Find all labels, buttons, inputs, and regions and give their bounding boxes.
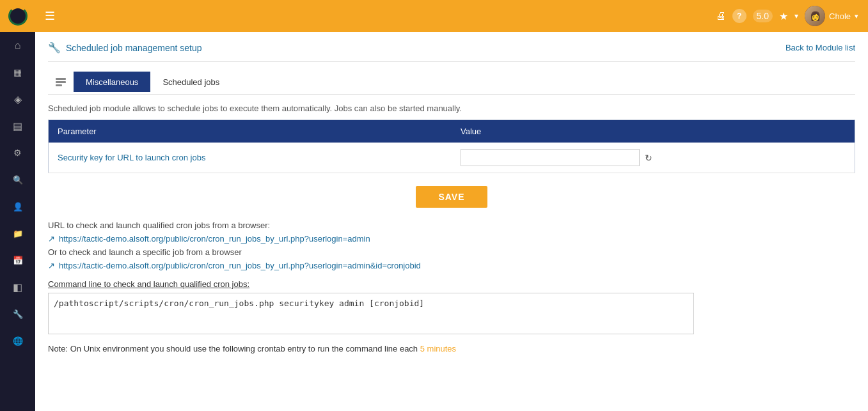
url-section: URL to check and launch qualified cron j… (48, 221, 855, 270)
sidebar-item-layers[interactable]: ▤ (0, 112, 35, 139)
note-prefix: Note: (48, 344, 70, 353)
sidebar-logo[interactable] (0, 0, 35, 32)
breadcrumb-left: 🔧 Scheduled job management setup (48, 42, 201, 54)
printer-icon[interactable]: 🖨 (716, 10, 726, 22)
sidebar-item-user[interactable]: 👤 (0, 193, 35, 220)
star-icon[interactable]: ★ (779, 10, 788, 22)
url-link-row-2: ↗ https://tactic-demo.alsoft.org/public/… (48, 261, 855, 270)
user-chevron-icon: ▾ (855, 12, 858, 20)
breadcrumb-bar: 🔧 Scheduled job management setup Back to… (48, 42, 855, 62)
sidebar-item-stack[interactable]: ◧ (0, 274, 35, 300)
back-to-module-list-link[interactable]: Back to Module list (785, 43, 855, 52)
sidebar-item-building[interactable]: ▦ (0, 59, 35, 86)
param-label: Security key for URL to launch cron jobs (58, 153, 205, 162)
refresh-button[interactable]: ↻ (643, 151, 654, 164)
note-highlight: 5 minutes (420, 344, 456, 353)
sidebar-item-home[interactable]: ⌂ (0, 32, 35, 59)
tabs-bar: Miscellaneous Scheduled jobs (48, 70, 855, 95)
wrench-breadcrumb-icon: 🔧 (48, 42, 61, 54)
sidebar-item-folder[interactable]: 📁 (0, 220, 35, 247)
main-container: ☰ 🖨 ? 5.0 ★ ▾ 👩 Chole ▾ 🔧 Scheduled job … (35, 0, 868, 411)
chevron-down-icon[interactable]: ▾ (794, 12, 798, 20)
sidebar-item-search[interactable]: 🔍 (0, 166, 35, 193)
external-link-icon-2: ↗ (48, 261, 55, 270)
user-menu[interactable]: 👩 Chole ▾ (805, 6, 858, 26)
param-value-cell: ↻ (452, 143, 855, 173)
description-text: Scheduled job module allows to schedule … (48, 95, 855, 120)
save-section: SAVE (48, 186, 855, 208)
sidebar-item-globe[interactable]: 🌐 (0, 327, 35, 354)
topbar-icons: 🖨 ? 5.0 ★ ▾ 👩 Chole ▾ (716, 6, 858, 26)
url-link-row-1: ↗ https://tactic-demo.alsoft.org/public/… (48, 234, 855, 244)
table-row: Security key for URL to launch cron jobs… (49, 143, 855, 173)
sidebar-item-cube[interactable]: ◈ (0, 86, 35, 112)
sidebar-item-calendar[interactable]: 📅 (0, 247, 35, 274)
tab-scheduled-jobs[interactable]: Scheduled jobs (150, 72, 232, 92)
external-link-icon-1: ↗ (48, 234, 55, 244)
url-description-2: Or to check and launch a specific job fr… (48, 247, 855, 257)
version-badge: 5.0 (753, 10, 773, 22)
tab-icon (48, 70, 74, 94)
menu-icon[interactable]: ☰ (45, 9, 55, 23)
help-icon[interactable]: ? (732, 9, 746, 23)
column-header-parameter: Parameter (49, 120, 452, 143)
topbar: ☰ 🖨 ? 5.0 ★ ▾ 👩 Chole ▾ (35, 0, 868, 32)
command-textarea[interactable]: /pathtoscript/scripts/cron/cron_run_jobs… (48, 293, 694, 334)
column-header-value: Value (452, 120, 855, 143)
svg-rect-1 (56, 81, 66, 83)
command-label: Command line to check and launch qualifi… (48, 279, 855, 289)
param-label-cell: Security key for URL to launch cron jobs (49, 143, 452, 173)
sidebar-item-wrench[interactable]: 🔧 (0, 300, 35, 327)
cron-url-link-2[interactable]: https://tactic-demo.alsoft.org/public/cr… (59, 261, 421, 270)
svg-rect-0 (56, 78, 66, 80)
security-key-input[interactable] (461, 149, 640, 166)
user-name: Chole (829, 12, 851, 21)
command-section: Command line to check and launch qualifi… (48, 279, 855, 336)
svg-rect-2 (56, 84, 62, 86)
note-text: On Unix environment you should use the f… (70, 344, 420, 353)
tab-miscellaneous[interactable]: Miscellaneous (74, 72, 150, 92)
avatar: 👩 (805, 6, 825, 26)
parameter-table: Parameter Value Security key for URL to … (48, 120, 855, 173)
content-area: 🔧 Scheduled job management setup Back to… (35, 32, 868, 411)
breadcrumb-title: Scheduled job management setup (66, 43, 201, 53)
cron-url-link-1[interactable]: https://tactic-demo.alsoft.org/public/cr… (59, 234, 370, 244)
logo-icon (8, 6, 28, 26)
save-button[interactable]: SAVE (416, 186, 487, 208)
sidebar: ⌂ ▦ ◈ ▤ ⚙ 🔍 👤 📁 📅 ◧ 🔧 🌐 (0, 0, 35, 411)
url-description-1: URL to check and launch qualified cron j… (48, 221, 855, 230)
note-section: Note: On Unix environment you should use… (48, 344, 855, 353)
sidebar-item-tools[interactable]: ⚙ (0, 139, 35, 166)
